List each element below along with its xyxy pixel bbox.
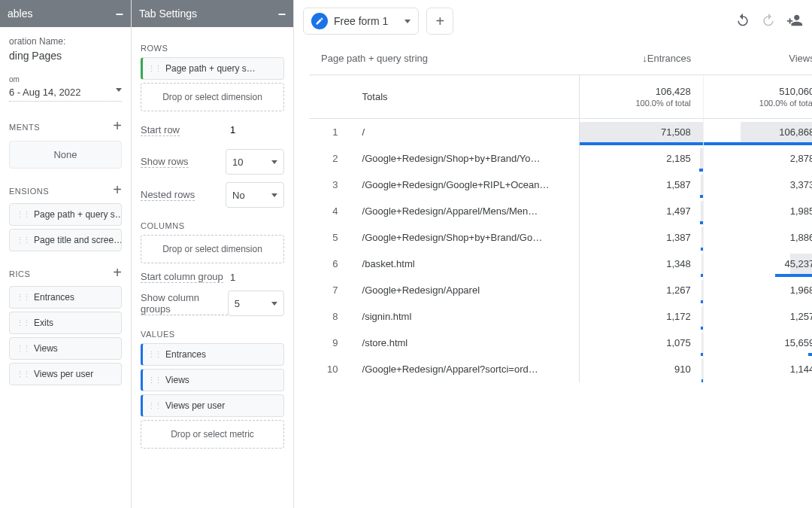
metrics-header: RICS bbox=[9, 269, 30, 278]
row-entrances: 1,497 bbox=[580, 198, 703, 224]
tab-name: Free form 1 bbox=[334, 15, 388, 27]
drag-icon: ⋮⋮ bbox=[147, 351, 161, 357]
row-views: 1,257 bbox=[703, 303, 812, 330]
add-segment-icon[interactable]: + bbox=[113, 117, 122, 135]
row-path: /Google+Redesign/Apparel?sortci=ord… bbox=[350, 356, 580, 382]
undo-icon[interactable] bbox=[735, 13, 750, 30]
col-dimension[interactable]: Page path + query string bbox=[309, 42, 580, 75]
redo-icon[interactable] bbox=[761, 13, 776, 30]
settings-header: Tab Settings – bbox=[132, 0, 293, 27]
show-rows-value: 10 bbox=[232, 157, 243, 168]
value-chip[interactable]: ⋮⋮Entrances bbox=[141, 343, 284, 366]
rows-chip[interactable]: ⋮⋮Page path + query s… bbox=[141, 57, 284, 80]
table-row[interactable]: 5/Google+Redesign/Shop+by+Brand/Go…1,387… bbox=[309, 224, 812, 251]
row-entrances: 1,587 bbox=[580, 172, 703, 198]
variables-title: ables bbox=[8, 8, 32, 20]
drop-column-target[interactable]: Drop or select dimension bbox=[141, 235, 284, 263]
table-row[interactable]: 8/signin.html1,1721,257 bbox=[309, 303, 812, 330]
row-index: 9 bbox=[309, 330, 350, 356]
table-row[interactable]: 4/Google+Redesign/Apparel/Mens/Men…1,497… bbox=[309, 198, 812, 224]
show-cols-value: 5 bbox=[235, 298, 240, 309]
value-chip[interactable]: ⋮⋮Views bbox=[141, 369, 284, 391]
drag-icon: ⋮⋮ bbox=[16, 211, 29, 217]
start-row-input[interactable] bbox=[226, 119, 284, 141]
pencil-icon bbox=[311, 13, 328, 29]
table-row[interactable]: 6/basket.html1,34845,237 bbox=[309, 251, 812, 277]
row-views: 15,659 bbox=[703, 330, 812, 356]
date-range-picker[interactable]: 6 - Aug 14, 2022 bbox=[9, 84, 122, 102]
data-table: Page path + query string Entrances Views… bbox=[309, 42, 812, 382]
show-cols-label: Show column groups bbox=[141, 292, 228, 315]
row-entrances: 71,508 bbox=[580, 119, 703, 145]
exploration-name-value[interactable]: ding Pages bbox=[9, 50, 122, 62]
rows-chip-label: Page path + query s… bbox=[165, 63, 256, 74]
drag-icon: ⋮⋮ bbox=[16, 345, 29, 351]
add-tab-button[interactable]: + bbox=[426, 8, 453, 35]
table-row[interactable]: 1/71,508106,868 bbox=[309, 119, 812, 145]
table-row[interactable]: 2/Google+Redesign/Shop+by+Brand/Yo…2,185… bbox=[309, 145, 812, 172]
col-entrances[interactable]: Entrances bbox=[580, 42, 703, 75]
col-views[interactable]: Views bbox=[703, 42, 812, 75]
row-entrances: 1,387 bbox=[580, 224, 703, 251]
row-index: 4 bbox=[309, 198, 350, 224]
drop-dimension-target[interactable]: Drop or select dimension bbox=[141, 83, 284, 111]
start-col-value[interactable]: 1 bbox=[226, 272, 284, 283]
minimize-icon[interactable]: – bbox=[278, 6, 286, 22]
value-chip[interactable]: ⋮⋮Views per user bbox=[141, 394, 284, 417]
settings-title: Tab Settings bbox=[139, 8, 197, 20]
tab-freeform[interactable]: Free form 1 bbox=[303, 8, 419, 35]
minimize-icon[interactable]: – bbox=[116, 6, 123, 22]
row-entrances: 1,075 bbox=[580, 330, 703, 356]
row-index: 7 bbox=[309, 277, 350, 303]
row-entrances: 1,172 bbox=[580, 303, 703, 330]
drop-metric-target[interactable]: Drop or select metric bbox=[141, 420, 284, 449]
row-views: 45,237 bbox=[703, 251, 812, 277]
main-area: Free form 1 + Page path + query string E… bbox=[294, 0, 812, 508]
table-row[interactable]: 9/store.html1,07515,659 bbox=[309, 330, 812, 356]
segments-none[interactable]: None bbox=[9, 141, 122, 169]
segments-header: MENTS bbox=[9, 123, 40, 132]
row-path: /basket.html bbox=[350, 251, 580, 277]
metric-chip[interactable]: ⋮⋮Views bbox=[9, 337, 122, 360]
add-metric-icon[interactable]: + bbox=[113, 264, 122, 281]
dimension-chip[interactable]: ⋮⋮Page path + query s… bbox=[9, 203, 122, 226]
row-entrances: 910 bbox=[580, 356, 703, 382]
chevron-down-icon bbox=[116, 88, 122, 92]
row-views: 106,868 bbox=[703, 119, 812, 145]
settings-panel: Tab Settings – ROWS ⋮⋮Page path + query … bbox=[132, 0, 294, 508]
row-views: 3,373 bbox=[703, 172, 812, 198]
nested-rows-label: Nested rows bbox=[141, 189, 195, 201]
row-entrances: 1,267 bbox=[580, 277, 703, 303]
start-col-label: Start column group bbox=[141, 271, 223, 283]
row-index: 5 bbox=[309, 224, 350, 251]
totals-label: Totals bbox=[350, 75, 580, 119]
table-row[interactable]: 3/Google+Redesign/Google+RIPL+Ocean…1,58… bbox=[309, 172, 812, 198]
show-rows-select[interactable]: 10 bbox=[226, 149, 284, 175]
row-path: /store.html bbox=[350, 330, 580, 356]
table-row[interactable]: 10/Google+Redesign/Apparel?sortci=ord…91… bbox=[309, 356, 812, 382]
chevron-down-icon bbox=[404, 20, 411, 23]
row-index: 8 bbox=[309, 303, 350, 330]
totals-row: Totals 106,428100.0% of total 510,060100… bbox=[309, 75, 812, 119]
drag-icon: ⋮⋮ bbox=[16, 371, 29, 377]
dimension-chip[interactable]: ⋮⋮Page title and scree… bbox=[9, 229, 122, 251]
metric-chip[interactable]: ⋮⋮Exits bbox=[9, 312, 122, 334]
variables-header: ables – bbox=[0, 0, 131, 27]
drag-icon: ⋮⋮ bbox=[147, 65, 161, 71]
row-path: /Google+Redesign/Shop+by+Brand/Yo… bbox=[350, 145, 580, 172]
custom-label: om bbox=[9, 75, 122, 84]
row-entrances: 2,185 bbox=[580, 145, 703, 172]
metric-chip[interactable]: ⋮⋮Views per user bbox=[9, 363, 122, 385]
nested-rows-select[interactable]: No bbox=[226, 182, 284, 208]
row-views: 2,878 bbox=[703, 145, 812, 172]
table-row[interactable]: 7/Google+Redesign/Apparel1,2671,968 bbox=[309, 277, 812, 303]
drag-icon: ⋮⋮ bbox=[16, 237, 29, 243]
drag-icon: ⋮⋮ bbox=[16, 294, 29, 300]
share-user-icon[interactable] bbox=[786, 12, 803, 31]
metric-chip[interactable]: ⋮⋮Entrances bbox=[9, 286, 122, 309]
row-index: 2 bbox=[309, 145, 350, 172]
show-cols-select[interactable]: 5 bbox=[228, 291, 284, 316]
add-dimension-icon[interactable]: + bbox=[113, 181, 122, 199]
exploration-name-label: oration Name: bbox=[9, 36, 122, 47]
row-index: 10 bbox=[309, 356, 350, 382]
